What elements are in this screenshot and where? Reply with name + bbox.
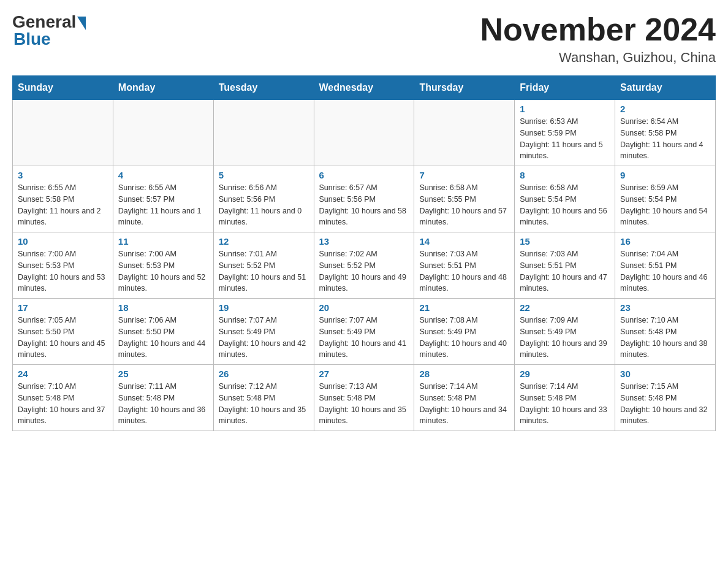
day-info: Sunrise: 7:10 AMSunset: 5:48 PMDaylight:… bbox=[620, 315, 710, 361]
day-number: 7 bbox=[419, 170, 509, 180]
day-number: 13 bbox=[319, 236, 409, 247]
calendar-cell: 4Sunrise: 6:55 AMSunset: 5:57 PMDaylight… bbox=[113, 166, 213, 232]
day-number: 21 bbox=[419, 302, 509, 313]
day-number: 12 bbox=[219, 236, 309, 247]
day-info: Sunrise: 7:06 AMSunset: 5:50 PMDaylight:… bbox=[118, 315, 208, 361]
day-info: Sunrise: 7:14 AMSunset: 5:48 PMDaylight:… bbox=[419, 381, 509, 427]
day-number: 8 bbox=[520, 170, 610, 180]
calendar-cell: 2Sunrise: 6:54 AMSunset: 5:58 PMDaylight… bbox=[615, 100, 716, 166]
day-number: 4 bbox=[118, 170, 208, 180]
calendar-cell: 25Sunrise: 7:11 AMSunset: 5:48 PMDayligh… bbox=[113, 365, 213, 431]
day-info: Sunrise: 6:59 AMSunset: 5:54 PMDaylight:… bbox=[620, 182, 710, 228]
calendar-cell bbox=[314, 100, 414, 166]
calendar-cell: 19Sunrise: 7:07 AMSunset: 5:49 PMDayligh… bbox=[213, 299, 314, 365]
day-number: 26 bbox=[219, 369, 309, 379]
day-info: Sunrise: 7:07 AMSunset: 5:49 PMDaylight:… bbox=[219, 315, 309, 361]
day-info: Sunrise: 7:01 AMSunset: 5:52 PMDaylight:… bbox=[219, 248, 309, 294]
day-number: 28 bbox=[419, 369, 509, 379]
calendar-header-saturday: Saturday bbox=[615, 76, 716, 100]
page-header: General Blue November 2024 Wanshan, Guiz… bbox=[12, 12, 716, 66]
day-info: Sunrise: 7:10 AMSunset: 5:48 PMDaylight:… bbox=[18, 381, 108, 427]
calendar-cell: 26Sunrise: 7:12 AMSunset: 5:48 PMDayligh… bbox=[213, 365, 314, 431]
calendar-cell: 5Sunrise: 6:56 AMSunset: 5:56 PMDaylight… bbox=[213, 166, 314, 232]
calendar-cell: 28Sunrise: 7:14 AMSunset: 5:48 PMDayligh… bbox=[414, 365, 515, 431]
day-info: Sunrise: 7:11 AMSunset: 5:48 PMDaylight:… bbox=[118, 381, 208, 427]
day-number: 27 bbox=[319, 369, 409, 379]
calendar-cell: 3Sunrise: 6:55 AMSunset: 5:58 PMDaylight… bbox=[13, 166, 113, 232]
day-info: Sunrise: 7:05 AMSunset: 5:50 PMDaylight:… bbox=[18, 315, 108, 361]
calendar-table: SundayMondayTuesdayWednesdayThursdayFrid… bbox=[12, 75, 716, 431]
calendar-cell: 30Sunrise: 7:15 AMSunset: 5:48 PMDayligh… bbox=[615, 365, 716, 431]
calendar-cell: 12Sunrise: 7:01 AMSunset: 5:52 PMDayligh… bbox=[213, 232, 314, 299]
day-number: 29 bbox=[520, 369, 610, 379]
title-area: November 2024 Wanshan, Guizhou, China bbox=[480, 12, 716, 66]
day-info: Sunrise: 7:07 AMSunset: 5:49 PMDaylight:… bbox=[319, 315, 409, 361]
day-number: 9 bbox=[620, 170, 710, 180]
calendar-cell: 22Sunrise: 7:09 AMSunset: 5:49 PMDayligh… bbox=[515, 299, 615, 365]
calendar-cell: 13Sunrise: 7:02 AMSunset: 5:52 PMDayligh… bbox=[314, 232, 414, 299]
calendar-header-monday: Monday bbox=[113, 76, 213, 100]
day-info: Sunrise: 6:58 AMSunset: 5:55 PMDaylight:… bbox=[419, 182, 509, 228]
day-number: 24 bbox=[18, 369, 108, 379]
day-info: Sunrise: 7:13 AMSunset: 5:48 PMDaylight:… bbox=[319, 381, 409, 427]
calendar-cell: 8Sunrise: 6:58 AMSunset: 5:54 PMDaylight… bbox=[515, 166, 615, 232]
day-info: Sunrise: 7:02 AMSunset: 5:52 PMDaylight:… bbox=[319, 248, 409, 294]
day-number: 22 bbox=[520, 302, 610, 313]
day-number: 11 bbox=[118, 236, 208, 247]
day-number: 20 bbox=[319, 302, 409, 313]
day-number: 1 bbox=[520, 104, 610, 114]
day-info: Sunrise: 7:15 AMSunset: 5:48 PMDaylight:… bbox=[620, 381, 710, 427]
day-info: Sunrise: 7:00 AMSunset: 5:53 PMDaylight:… bbox=[118, 248, 208, 294]
calendar-cell: 23Sunrise: 7:10 AMSunset: 5:48 PMDayligh… bbox=[615, 299, 716, 365]
calendar-cell: 24Sunrise: 7:10 AMSunset: 5:48 PMDayligh… bbox=[13, 365, 113, 431]
calendar-cell: 21Sunrise: 7:08 AMSunset: 5:49 PMDayligh… bbox=[414, 299, 515, 365]
week-row-1: 1Sunrise: 6:53 AMSunset: 5:59 PMDaylight… bbox=[13, 100, 716, 166]
calendar-cell: 10Sunrise: 7:00 AMSunset: 5:53 PMDayligh… bbox=[13, 232, 113, 299]
logo: General Blue bbox=[12, 12, 86, 49]
calendar-header-tuesday: Tuesday bbox=[213, 76, 314, 100]
calendar-cell: 17Sunrise: 7:05 AMSunset: 5:50 PMDayligh… bbox=[13, 299, 113, 365]
day-info: Sunrise: 7:09 AMSunset: 5:49 PMDaylight:… bbox=[520, 315, 610, 361]
day-info: Sunrise: 7:00 AMSunset: 5:53 PMDaylight:… bbox=[18, 248, 108, 294]
calendar-cell: 6Sunrise: 6:57 AMSunset: 5:56 PMDaylight… bbox=[314, 166, 414, 232]
calendar-cell: 1Sunrise: 6:53 AMSunset: 5:59 PMDaylight… bbox=[515, 100, 615, 166]
day-info: Sunrise: 6:56 AMSunset: 5:56 PMDaylight:… bbox=[219, 182, 309, 228]
day-info: Sunrise: 7:12 AMSunset: 5:48 PMDaylight:… bbox=[219, 381, 309, 427]
calendar-cell bbox=[414, 100, 515, 166]
day-number: 18 bbox=[118, 302, 208, 313]
day-number: 5 bbox=[219, 170, 309, 180]
month-title: November 2024 bbox=[480, 12, 716, 47]
day-number: 15 bbox=[520, 236, 610, 247]
week-row-4: 17Sunrise: 7:05 AMSunset: 5:50 PMDayligh… bbox=[13, 299, 716, 365]
calendar-cell: 7Sunrise: 6:58 AMSunset: 5:55 PMDaylight… bbox=[414, 166, 515, 232]
week-row-2: 3Sunrise: 6:55 AMSunset: 5:58 PMDaylight… bbox=[13, 166, 716, 232]
day-number: 23 bbox=[620, 302, 710, 313]
day-info: Sunrise: 6:53 AMSunset: 5:59 PMDaylight:… bbox=[520, 116, 610, 162]
day-info: Sunrise: 6:55 AMSunset: 5:58 PMDaylight:… bbox=[18, 182, 108, 228]
calendar-cell: 14Sunrise: 7:03 AMSunset: 5:51 PMDayligh… bbox=[414, 232, 515, 299]
calendar-header-friday: Friday bbox=[515, 76, 615, 100]
calendar-cell: 18Sunrise: 7:06 AMSunset: 5:50 PMDayligh… bbox=[113, 299, 213, 365]
calendar-header-wednesday: Wednesday bbox=[314, 76, 414, 100]
calendar-cell bbox=[213, 100, 314, 166]
day-info: Sunrise: 6:58 AMSunset: 5:54 PMDaylight:… bbox=[520, 182, 610, 228]
calendar-cell: 11Sunrise: 7:00 AMSunset: 5:53 PMDayligh… bbox=[113, 232, 213, 299]
day-info: Sunrise: 7:03 AMSunset: 5:51 PMDaylight:… bbox=[419, 248, 509, 294]
day-info: Sunrise: 7:03 AMSunset: 5:51 PMDaylight:… bbox=[520, 248, 610, 294]
day-number: 19 bbox=[219, 302, 309, 313]
day-number: 30 bbox=[620, 369, 710, 379]
day-number: 3 bbox=[18, 170, 108, 180]
calendar-cell: 29Sunrise: 7:14 AMSunset: 5:48 PMDayligh… bbox=[515, 365, 615, 431]
day-number: 14 bbox=[419, 236, 509, 247]
day-number: 6 bbox=[319, 170, 409, 180]
calendar-cell bbox=[113, 100, 213, 166]
day-number: 25 bbox=[118, 369, 208, 379]
calendar-header-row: SundayMondayTuesdayWednesdayThursdayFrid… bbox=[13, 76, 716, 100]
week-row-5: 24Sunrise: 7:10 AMSunset: 5:48 PMDayligh… bbox=[13, 365, 716, 431]
day-info: Sunrise: 7:08 AMSunset: 5:49 PMDaylight:… bbox=[419, 315, 509, 361]
calendar-header-thursday: Thursday bbox=[414, 76, 515, 100]
day-info: Sunrise: 7:14 AMSunset: 5:48 PMDaylight:… bbox=[520, 381, 610, 427]
calendar-cell: 20Sunrise: 7:07 AMSunset: 5:49 PMDayligh… bbox=[314, 299, 414, 365]
day-info: Sunrise: 7:04 AMSunset: 5:51 PMDaylight:… bbox=[620, 248, 710, 294]
day-info: Sunrise: 6:55 AMSunset: 5:57 PMDaylight:… bbox=[118, 182, 208, 228]
